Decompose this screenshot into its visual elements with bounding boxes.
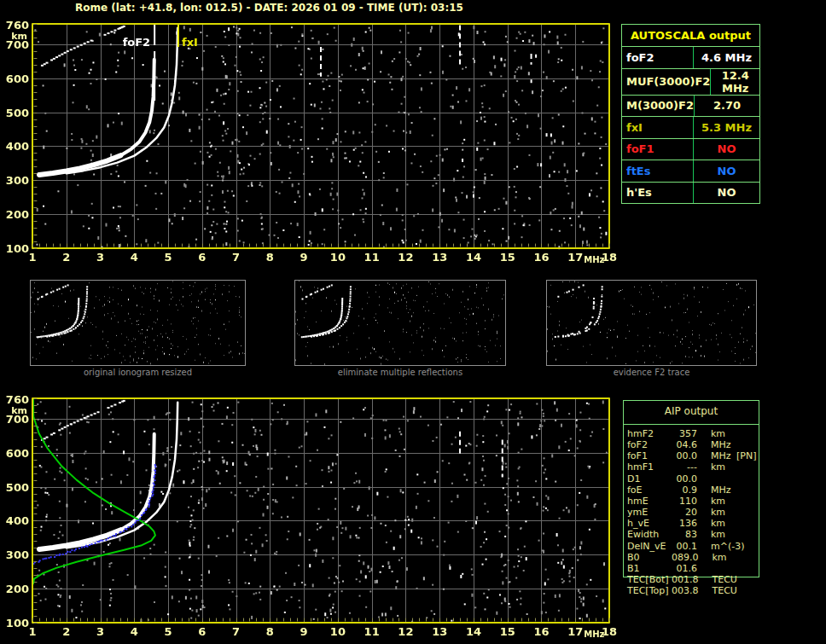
aip-value: 089.0 <box>672 552 699 563</box>
aip-row-3: hmF1---km <box>623 461 759 473</box>
autoscala-row-value: 2.70 <box>694 96 759 117</box>
aip-unit: MHz <box>711 450 736 461</box>
autoscala-table-title: AUTOSCALA output <box>622 25 759 47</box>
caption-eliminate-reflections: eliminate multiple reflections <box>294 368 506 377</box>
autoscala-row-label: MUF(3000)F2 <box>622 75 710 88</box>
aip-table-title: AIP output <box>623 405 759 417</box>
thumbnail-eliminate-reflections <box>294 280 506 366</box>
thumbnail-original-ionogram <box>30 280 246 366</box>
aip-unit: km <box>711 507 736 518</box>
autoscala-row-label: ftEs <box>622 165 693 177</box>
autoscala-row-label: fxI <box>622 121 693 134</box>
aip-note <box>736 529 759 540</box>
autoscala-row-value: NO <box>693 139 759 160</box>
aip-value: 04.6 <box>672 439 697 450</box>
aip-name: foE <box>623 484 672 496</box>
aip-row-5: foE0.9MHz <box>623 484 759 496</box>
aip-note <box>738 552 760 563</box>
autoscala-row-6: h'EsNO <box>622 182 759 204</box>
aip-row-1: foF204.6MHz <box>623 439 759 450</box>
aip-name: DelN_vE <box>623 541 672 552</box>
autoscala-table-rows: foF24.6 MHzMUF(3000)F212.4 MHzM(3000)F22… <box>622 47 759 203</box>
autoscala-row-label: M(3000)F2 <box>622 99 694 112</box>
aip-value: 20 <box>672 507 697 518</box>
aip-table-separator <box>623 424 759 425</box>
caption-original-ionogram: original ionogram resized <box>30 368 246 377</box>
aip-row-7: ymE20km <box>623 507 759 518</box>
aip-unit: MHz <box>711 484 736 496</box>
aip-value: --- <box>672 461 697 473</box>
autoscala-row-label: foF1 <box>622 142 693 155</box>
aip-unit: km <box>711 518 736 529</box>
aip-note <box>736 563 759 574</box>
aip-value: 110 <box>672 496 697 507</box>
aip-row-12: B101.6 <box>623 563 759 574</box>
aip-value: 136 <box>672 518 697 529</box>
aip-note <box>744 541 759 552</box>
aip-note <box>736 461 759 473</box>
autoscala-row-value: 4.6 MHz <box>693 47 759 68</box>
aip-name: foF1 <box>623 450 672 461</box>
aip-row-2: foF100.0MHz[PN] <box>623 450 759 461</box>
autoscala-row-3: fxI5.3 MHz <box>622 116 759 138</box>
top-ionogram-canvas <box>0 15 621 270</box>
aip-name: TEC[Top] <box>623 585 672 596</box>
aip-note <box>736 518 759 529</box>
autoscala-output-table: AUTOSCALA output foF24.6 MHzMUF(3000)F21… <box>621 24 760 204</box>
aip-name: h_vE <box>623 518 672 529</box>
aip-note <box>736 473 759 484</box>
aip-unit: TECU <box>713 574 738 585</box>
aip-value: 00.1 <box>672 541 697 552</box>
aip-value: 003.8 <box>672 585 699 596</box>
aip-name: TEC[Bot] <box>623 574 672 585</box>
aip-name: D1 <box>623 473 672 484</box>
aip-name: Ewidth <box>623 529 672 540</box>
aip-name: B1 <box>623 563 672 574</box>
aip-value: 01.6 <box>672 563 697 574</box>
autoscala-app-window: { "title": "Rome (lat: +41.8, lon: 012.5… <box>0 0 826 644</box>
aip-unit <box>711 473 736 484</box>
autoscala-row-4: foF1NO <box>622 138 759 160</box>
aip-unit: km <box>711 529 736 540</box>
aip-row-14: TEC[Top]003.8TECU <box>623 585 759 596</box>
aip-note <box>738 574 760 585</box>
aip-name: ymE <box>623 507 672 518</box>
aip-row-11: B0089.0km <box>623 552 759 563</box>
aip-note <box>736 496 759 507</box>
aip-row-8: h_vE136km <box>623 518 759 529</box>
aip-note: [PN] <box>736 450 759 461</box>
aip-row-0: hmF2357km <box>623 428 759 439</box>
aip-value: 83 <box>672 529 697 540</box>
aip-note <box>738 585 760 596</box>
autoscala-row-label: foF2 <box>622 51 693 64</box>
aip-name: foF2 <box>623 439 672 450</box>
aip-value: 001.8 <box>672 574 699 585</box>
aip-note <box>736 484 759 496</box>
aip-note <box>736 428 759 439</box>
autoscala-row-value: 5.3 MHz <box>693 117 759 138</box>
aip-unit <box>711 563 736 574</box>
autoscala-row-label: h'Es <box>622 186 693 199</box>
autoscala-row-value: 12.4 MHz <box>710 69 759 95</box>
aip-row-4: D100.0 <box>623 473 759 484</box>
bottom-ionogram-canvas <box>0 388 621 644</box>
aip-name: hmE <box>623 496 672 507</box>
aip-note <box>736 507 759 518</box>
page-title: Rome (lat: +41.8, lon: 012.5) - DATE: 20… <box>75 2 463 14</box>
aip-row-13: TEC[Bot]001.8TECU <box>623 574 759 585</box>
aip-name: hmF2 <box>623 428 672 439</box>
autoscala-row-1: MUF(3000)F212.4 MHz <box>622 68 759 95</box>
autoscala-row-5: ftEsNO <box>622 160 759 182</box>
aip-value: 0.9 <box>672 484 697 496</box>
autoscala-row-0: foF24.6 MHz <box>622 47 759 68</box>
aip-unit: m^(-3) <box>711 541 744 552</box>
aip-unit: km <box>713 552 738 563</box>
aip-name: hmF1 <box>623 461 672 473</box>
aip-row-9: Ewidth83km <box>623 529 759 540</box>
aip-unit: km <box>711 461 736 473</box>
aip-name: B0 <box>623 552 672 563</box>
aip-unit: TECU <box>713 585 738 596</box>
autoscala-row-value: NO <box>693 183 759 204</box>
aip-value: 00.0 <box>672 450 697 461</box>
aip-row-6: hmE110km <box>623 496 759 507</box>
